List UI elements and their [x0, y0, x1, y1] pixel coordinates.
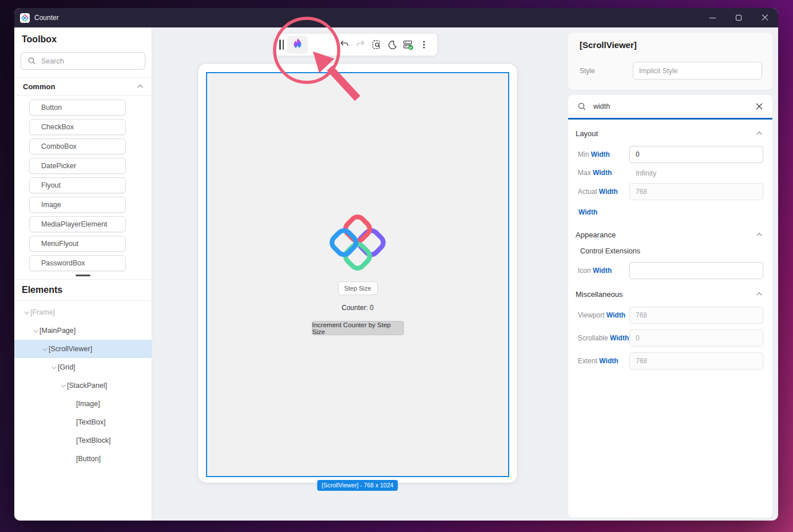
viewport-width-input: [629, 307, 763, 324]
counter-textblock[interactable]: Counter: 0: [342, 304, 374, 312]
elements-tree: [Frame] [MainPage] [ScrollViewer] [Grid]…: [14, 301, 152, 468]
chevron-down-icon[interactable]: [51, 364, 56, 369]
device-status-button[interactable]: [400, 35, 416, 54]
actual-width-input: [629, 183, 763, 200]
icon-width-input[interactable]: [629, 262, 763, 279]
toolbox-item-flyout[interactable]: Flyout: [29, 177, 126, 193]
selected-element-card: [ScrollViewer] Style: [568, 33, 772, 90]
chevron-up-icon[interactable]: [756, 232, 762, 238]
chevron-down-icon[interactable]: [33, 328, 38, 332]
drag-handle-icon[interactable]: [279, 39, 284, 50]
selection-size-badge: [ScrollViewer] - 768 x 1024: [317, 480, 398, 491]
property-row-scrollable-width: Scrollable Width: [575, 329, 763, 347]
toolbox-title: Toolbox: [22, 34, 152, 45]
close-button[interactable]: [752, 8, 778, 27]
chevron-up-icon[interactable]: [756, 131, 762, 137]
search-icon: [577, 102, 586, 111]
hot-design-flame-button[interactable]: [287, 35, 308, 54]
design-canvas-area: Step Size Counter: 0 Increment Counter b…: [152, 27, 564, 521]
style-input[interactable]: [633, 62, 762, 80]
moon-icon: [387, 40, 397, 50]
toolbox-item-checkbox[interactable]: CheckBox: [29, 119, 126, 135]
tree-item-textbox[interactable]: [TextBox]: [14, 413, 152, 431]
toolbox-item-menuflyout[interactable]: MenuFlyout: [29, 236, 126, 252]
section-layout[interactable]: Layout: [576, 128, 762, 139]
close-icon: [762, 14, 768, 21]
tree-item-scrollviewer[interactable]: [ScrollViewer]: [14, 340, 152, 358]
toolbox-item-combobox[interactable]: ComboBox: [29, 138, 126, 154]
min-width-input[interactable]: [629, 146, 763, 163]
tree-item-frame[interactable]: [Frame]: [14, 303, 152, 321]
style-label: Style: [580, 67, 633, 75]
toolbox-item-button[interactable]: Button: [29, 100, 126, 116]
window-title: Counter: [34, 14, 59, 22]
hot-design-flame-icon: [290, 37, 305, 52]
app-logo-icon: [20, 13, 30, 23]
undo-button[interactable]: [336, 35, 352, 54]
property-row-extent-width: Extent Width: [575, 352, 763, 370]
tree-item-mainpage[interactable]: [MainPage]: [14, 321, 152, 340]
search-icon: [27, 57, 36, 65]
more-options-button[interactable]: [416, 35, 432, 54]
maximize-button[interactable]: [725, 8, 752, 27]
property-row-max-width: Max Width Infinity: [575, 169, 763, 177]
step-size-textbox[interactable]: Step Size: [338, 281, 378, 295]
tree-item-grid[interactable]: [Grid]: [14, 358, 152, 376]
selected-element-title: [ScrollViewer]: [580, 40, 637, 50]
properties-card: Layout Min Width Max Width Infinity Actu…: [568, 95, 772, 518]
tree-item-image[interactable]: [Image]: [14, 395, 152, 413]
panel-splitter-handle[interactable]: [76, 275, 90, 276]
toolbox-search[interactable]: [21, 52, 145, 70]
chevron-up-icon[interactable]: [756, 292, 762, 297]
properties-search[interactable]: [568, 95, 772, 120]
toolbox-item-datepicker[interactable]: DatePicker: [29, 158, 126, 174]
property-row-min-width: Min Width: [575, 146, 763, 163]
section-appearance[interactable]: Appearance: [576, 229, 762, 240]
tree-item-stackpanel[interactable]: [StackPanel]: [14, 376, 152, 395]
designer-toolbar: [273, 33, 438, 56]
toolbox-section-common[interactable]: Common: [14, 78, 152, 96]
property-row-width: Width: [578, 208, 763, 216]
divider: [14, 279, 152, 280]
max-width-value: Infinity: [629, 169, 763, 177]
property-row-actual-width: Actual Width: [575, 183, 763, 200]
toolbox-search-input[interactable]: [41, 57, 138, 65]
property-row-viewport-width: Viewport Width: [575, 307, 763, 324]
extent-width-input: [629, 352, 763, 370]
undo-icon: [339, 39, 350, 50]
maximize-icon: [736, 15, 742, 21]
chevron-down-icon[interactable]: [61, 383, 65, 387]
left-sidebar: Toolbox Common Button CheckBox ComboBox …: [14, 27, 152, 521]
clear-search-icon[interactable]: [755, 102, 763, 110]
minimize-icon: [709, 18, 716, 18]
section-miscellaneous[interactable]: Miscellaneous: [576, 288, 762, 300]
toolbox-item-mediaplayerelement[interactable]: MediaPlayerElement: [29, 216, 126, 232]
inspect-element-icon: [371, 39, 382, 50]
redo-button[interactable]: [352, 35, 368, 54]
redo-icon: [355, 39, 366, 50]
properties-search-input[interactable]: [593, 102, 748, 110]
theme-toggle-button[interactable]: [384, 35, 401, 54]
device-frame: Step Size Counter: 0 Increment Counter b…: [197, 63, 518, 483]
section-label: Common: [23, 82, 55, 91]
more-vertical-icon: [419, 40, 429, 49]
scrollviewer-selection[interactable]: Step Size Counter: 0 Increment Counter b…: [206, 72, 509, 477]
title-bar: Counter: [14, 8, 778, 27]
minimize-button[interactable]: [699, 8, 725, 27]
chevron-down-icon[interactable]: [42, 346, 47, 351]
tree-item-button[interactable]: [Button]: [14, 450, 152, 468]
uno-platform-logo[interactable]: [326, 211, 389, 274]
elements-title: Elements: [22, 285, 152, 295]
properties-pane: [ScrollViewer] Style Layout: [564, 27, 778, 521]
toolbox-item-image[interactable]: Image: [29, 197, 126, 213]
tree-item-textblock[interactable]: [TextBlock]: [14, 431, 152, 450]
property-row-icon-width: Icon Width: [575, 262, 763, 279]
toolbox-item-passwordbox[interactable]: PasswordBox: [29, 255, 126, 271]
control-extensions-subheader: Control Extensions: [580, 247, 763, 255]
chevron-down-icon[interactable]: [24, 309, 29, 314]
inspect-element-button[interactable]: [368, 35, 384, 54]
increment-counter-button[interactable]: Increment Counter by Step Size: [312, 321, 404, 335]
app-window: Counter Toolbox Common Button CheckBox C…: [14, 8, 778, 521]
chevron-up-icon[interactable]: [137, 84, 143, 90]
scrollable-width-input: [629, 329, 763, 347]
